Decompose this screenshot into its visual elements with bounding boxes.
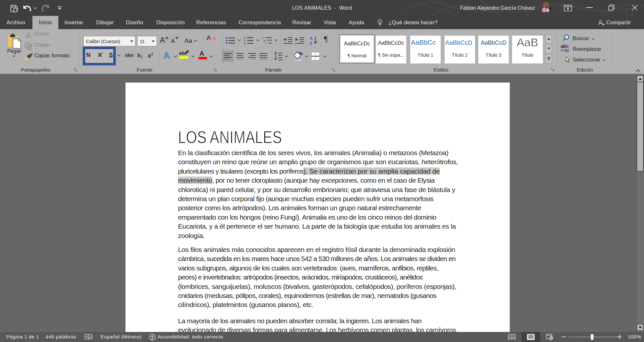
svg-text:A: A xyxy=(310,36,313,41)
svg-text:Z: Z xyxy=(310,41,312,45)
svg-text:i: i xyxy=(265,42,266,45)
svg-text:3: 3 xyxy=(244,42,245,45)
